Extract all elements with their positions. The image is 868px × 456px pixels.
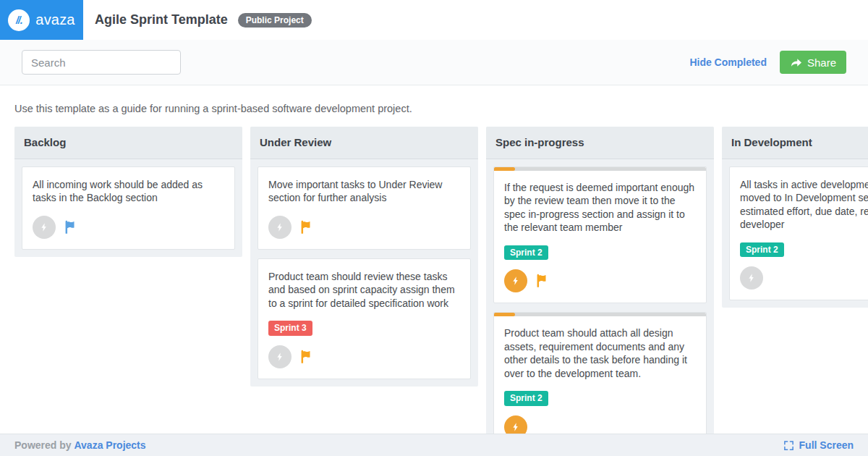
task-progress-fill [494,313,515,316]
task-text-line: developer [740,218,868,231]
task-text: If the request is deemed important enoug… [504,181,696,235]
share-icon [790,56,802,69]
task-progress-fill [494,167,515,171]
assignee-avatar[interactable] [268,216,292,239]
share-button[interactable]: Share [780,51,846,74]
task-card[interactable]: All incoming work should be added as tas… [22,166,235,250]
task-card[interactable]: All tasks in active developme moved to I… [729,166,868,300]
column-backlog: Backlog All incoming work should be adde… [14,127,242,257]
column-in-development-title: In Development [722,127,868,159]
column-backlog-title: Backlog [14,127,242,159]
task-meta-row [504,269,696,292]
lightning-icon [746,273,757,283]
sprint-badge[interactable]: Sprint 2 [504,245,548,260]
column-spec-in-progress: Spec in-progress If the request is deeme… [486,127,714,456]
avaza-logo-mark: //. [16,14,22,26]
task-card[interactable]: If the request is deemed important enoug… [493,166,707,303]
task-meta-row [268,345,460,368]
avaza-projects-link[interactable]: Avaza Projects [74,439,145,451]
task-progress-bar [494,167,706,171]
task-text-line: estimated effort, due date, re [740,205,868,218]
flag-icon[interactable] [62,219,78,235]
powered-by-text: Powered by [14,439,72,451]
share-button-label: Share [807,56,836,69]
column-spec-in-progress-title: Spec in-progress [486,127,714,159]
badge-row: Sprint 3 [268,321,460,335]
assignee-avatar[interactable] [740,266,763,290]
column-spec-in-progress-cards: If the request is deemed important enoug… [486,159,714,456]
footer-right: Full Screen [783,439,854,451]
column-in-development-cards: All tasks in active developme moved to I… [722,159,868,308]
lightning-icon [511,276,521,286]
task-text: Product team should review these tasks a… [268,270,460,310]
toolbar-right: Hide Completed Share [689,51,846,74]
lightning-icon [275,352,285,362]
footer: Powered by Avaza Projects Full Screen [0,434,868,456]
hide-completed-link[interactable]: Hide Completed [689,56,767,68]
title-area: Agile Sprint Template Public Project [83,0,312,40]
page-title: Agile Sprint Template [95,12,228,28]
task-text: Product team should attach all design as… [504,326,696,380]
task-meta-row [268,216,460,239]
task-text: Move important tasks to Under Review sec… [268,178,460,205]
avaza-logo-icon: //. [8,9,30,31]
lightning-icon [275,222,285,232]
sprint-badge[interactable]: Sprint 3 [268,321,312,335]
fullscreen-icon[interactable] [783,440,794,451]
top-bar: //. avaza Agile Sprint Template Public P… [0,0,868,40]
powered-by: Powered by Avaza Projects [14,439,146,451]
flag-icon[interactable] [534,273,550,289]
column-under-review-title: Under Review [250,127,478,159]
task-card[interactable]: Move important tasks to Under Review sec… [258,166,471,250]
column-under-review: Under Review Move important tasks to Und… [250,127,478,387]
task-card[interactable]: Product team should attach all design as… [493,312,707,449]
task-progress-bar [494,313,706,316]
avaza-logo[interactable]: //. avaza [0,0,83,40]
flag-icon[interactable] [298,219,314,235]
flag-icon[interactable] [298,349,314,365]
task-text-line: moved to In Development se [740,191,868,204]
task-card[interactable]: Product team should review these tasks a… [258,258,471,379]
sprint-badge[interactable]: Sprint 2 [504,391,548,405]
public-project-badge: Public Project [238,13,312,28]
badge-row: Sprint 2 [504,245,696,260]
task-text-line: All tasks in active developme [740,178,868,191]
task-meta-row [33,216,224,239]
search-input[interactable] [22,50,181,75]
badge-row: Sprint 2 [504,391,696,405]
column-under-review-cards: Move important tasks to Under Review sec… [250,159,478,387]
lightning-icon [511,422,521,432]
assignee-avatar[interactable] [33,216,56,239]
sprint-badge[interactable]: Sprint 2 [740,242,784,257]
badge-row: Sprint 2 [740,242,868,257]
column-in-development: In Development All tasks in active devel… [722,127,868,308]
assignee-avatar[interactable] [504,269,527,292]
project-description: Use this template as a guide for running… [0,85,868,114]
kanban-board: Backlog All incoming work should be adde… [14,127,868,456]
avaza-wordmark: avaza [35,12,75,28]
task-text: All tasks in active developme moved to I… [740,178,868,232]
assignee-avatar[interactable] [268,345,292,368]
task-meta-row [740,266,868,290]
lightning-icon [39,222,49,232]
full-screen-link[interactable]: Full Screen [799,439,854,451]
column-backlog-cards: All incoming work should be added as tas… [14,159,242,257]
toolbar: Hide Completed Share [0,40,868,85]
task-text: All incoming work should be added as tas… [33,178,224,205]
